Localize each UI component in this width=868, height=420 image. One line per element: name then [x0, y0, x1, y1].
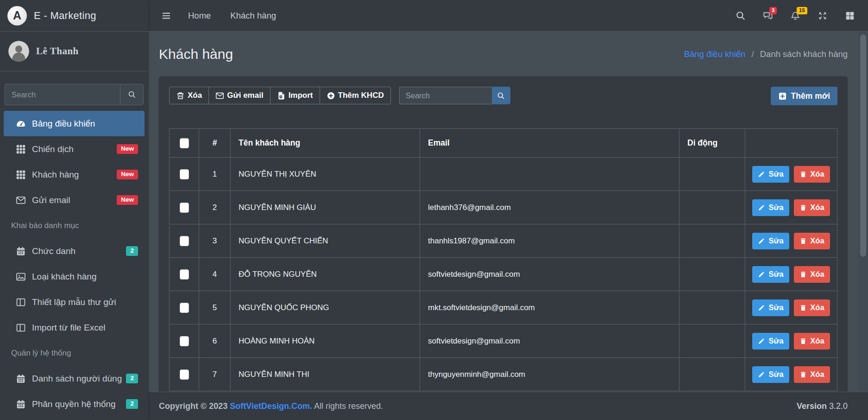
delete-button[interactable]: Xóa	[794, 366, 830, 383]
sidebar-item-job-titles[interactable]: Chức danh 2	[4, 238, 145, 264]
cell-email: softvietdesign@gmail.com	[420, 258, 679, 291]
breadcrumb-link-dashboard[interactable]: Bảng điều khiển	[684, 49, 746, 59]
sidebar-item-campaigns[interactable]: Chiến dịch New	[4, 136, 145, 162]
delete-button[interactable]: Xóa	[794, 266, 830, 283]
page-scrollbar[interactable]	[858, 32, 868, 392]
cell-mobile	[679, 258, 745, 291]
table-row: 4 ĐỖ TRỌNG NGUYỄN softvietdesign@gmail.c…	[170, 258, 837, 291]
row-checkbox[interactable]	[180, 169, 189, 179]
select-all-checkbox[interactable]	[180, 138, 189, 148]
search-icon[interactable]	[736, 11, 746, 21]
nav-link-customers[interactable]: Khách hàng	[230, 11, 276, 21]
svg-text:x: x	[280, 95, 282, 98]
sidebar-item-users[interactable]: Danh sách người dùng 2	[4, 366, 145, 391]
add-new-button[interactable]: Thêm mới	[771, 87, 837, 105]
th-grid-icon	[16, 170, 26, 180]
edit-button[interactable]: Sửa	[752, 166, 789, 183]
menu-toggle-icon[interactable]	[161, 11, 171, 21]
notifications-icon[interactable]: 15	[790, 11, 800, 21]
sidebar: A E - Marketing Lê Thanh Bảng điều khiển…	[0, 0, 148, 420]
row-checkbox[interactable]	[180, 203, 189, 213]
edit-button[interactable]: Sửa	[752, 233, 789, 249]
footer: Copyright © 2023 SoftVietDesign.Com. All…	[148, 392, 868, 420]
cell-name: NGUYỄN THỊ XUYÊN	[231, 158, 420, 191]
edit-button[interactable]: Sửa	[752, 199, 789, 216]
row-checkbox[interactable]	[180, 336, 189, 346]
th-grid-icon	[16, 144, 26, 154]
edit-button[interactable]: Sửa	[752, 366, 789, 383]
trash-icon	[799, 271, 807, 278]
delete-button[interactable]: Xóa	[794, 299, 830, 316]
sidebar-search-input[interactable]	[5, 84, 120, 105]
row-checkbox[interactable]	[180, 236, 189, 246]
sidebar-item-label: Khách hàng	[32, 170, 79, 180]
cell-mobile	[679, 291, 745, 325]
messages-badge: 3	[769, 7, 777, 15]
table-search-input[interactable]	[399, 87, 492, 104]
messages-icon[interactable]: 3	[763, 11, 773, 21]
table-row: 7 NGUYỄN MINH THI thynguyenminh@gmail.co…	[170, 358, 837, 391]
toolbar-button-add-khcd[interactable]: Thêm KHCD	[320, 87, 391, 104]
edit-button[interactable]: Sửa	[752, 266, 789, 283]
apps-grid-icon[interactable]	[845, 11, 855, 21]
sidebar-item-label: Danh sách người dùng	[32, 374, 122, 384]
delete-button[interactable]: Xóa	[794, 199, 830, 216]
sidebar-item-label: Loại khách hàng	[32, 272, 96, 282]
sidebar-item-import-excel[interactable]: Import từ file Excel	[4, 315, 145, 340]
edit-button-label: Sửa	[768, 236, 783, 245]
toolbar-button-delete[interactable]: Xóa	[169, 87, 209, 104]
sidebar-search-button[interactable]	[120, 84, 144, 105]
sidebar-item-customers[interactable]: Khách hàng New	[4, 162, 145, 187]
pencil-icon	[758, 337, 765, 345]
cell-num: 3	[199, 224, 231, 258]
row-checkbox[interactable]	[180, 269, 189, 280]
copyright-text: Copyright © 2023 SoftVietDesign.Com. All…	[159, 401, 383, 411]
toolbar-button-send-email[interactable]: Gửi email	[209, 87, 270, 104]
sidebar-item-customer-types[interactable]: Loại khách hàng	[4, 264, 145, 289]
cell-num: 2	[199, 191, 231, 224]
sidebar-item-label: Import từ file Excel	[32, 323, 105, 333]
user-name[interactable]: Lê Thanh	[36, 45, 79, 57]
sidebar-item-badge: New	[117, 144, 138, 154]
scrollbar-thumb[interactable]	[860, 34, 866, 257]
columns-icon	[16, 297, 26, 307]
toolbar-button-import[interactable]: x Import	[270, 87, 320, 104]
plus-circle-icon	[327, 91, 335, 100]
sidebar-item-send-email[interactable]: Gửi email New	[4, 187, 145, 213]
fullscreen-icon[interactable]	[818, 11, 828, 21]
cell-email: mkt.softvietdesign@gmail.com	[420, 291, 679, 325]
delete-button-label: Xóa	[810, 303, 824, 312]
sidebar-item-label: Phân quyền hệ thống	[32, 399, 116, 409]
toolbar-button-label: Thêm KHCD	[338, 91, 384, 100]
pencil-icon	[758, 204, 765, 211]
delete-button[interactable]: Xóa	[794, 166, 830, 183]
delete-button-label: Xóa	[810, 337, 824, 345]
footer-brand-link[interactable]: SoftVietDesign.Com.	[230, 401, 312, 411]
bulk-actions-group: Xóa Gửi email x Import Thêm KHCD	[169, 87, 391, 104]
sidebar-nav: Bảng điều khiển Chiến dịch New Khách hàn…	[0, 111, 148, 417]
table-search-button[interactable]	[492, 87, 510, 104]
row-checkbox[interactable]	[180, 369, 189, 380]
notifications-badge: 15	[797, 7, 807, 15]
version-label: Version	[797, 401, 827, 411]
trash-icon	[799, 304, 807, 312]
sidebar-item-permissions[interactable]: Phân quyền hệ thống 2	[4, 391, 145, 417]
envelope-icon	[215, 91, 224, 100]
delete-button[interactable]: Xóa	[794, 233, 830, 249]
sidebar-item-mail-templates[interactable]: Thiết lập mẫu thư gửi	[4, 289, 145, 315]
edit-button[interactable]: Sửa	[752, 333, 789, 350]
row-checkbox[interactable]	[180, 303, 189, 313]
nav-link-home[interactable]: Home	[188, 11, 211, 21]
pencil-icon	[758, 237, 765, 245]
brand-title: E - Marketing	[34, 10, 96, 22]
cell-num: 1	[199, 158, 231, 191]
table-row: 5 NGUYỄN QUỐC PHONG mkt.softvietdesign@g…	[170, 291, 837, 325]
delete-button[interactable]: Xóa	[794, 333, 830, 350]
sidebar-item-label: Chiến dịch	[32, 144, 74, 154]
edit-button[interactable]: Sửa	[752, 299, 789, 316]
cell-email: softvietdesign@gmail.com	[420, 325, 679, 358]
sidebar-item-label: Thiết lập mẫu thư gửi	[32, 297, 116, 307]
sidebar-item-dashboard[interactable]: Bảng điều khiển	[4, 111, 145, 136]
pencil-icon	[758, 304, 765, 312]
cell-name: NGUYỄN MINH GIÀU	[231, 191, 420, 224]
